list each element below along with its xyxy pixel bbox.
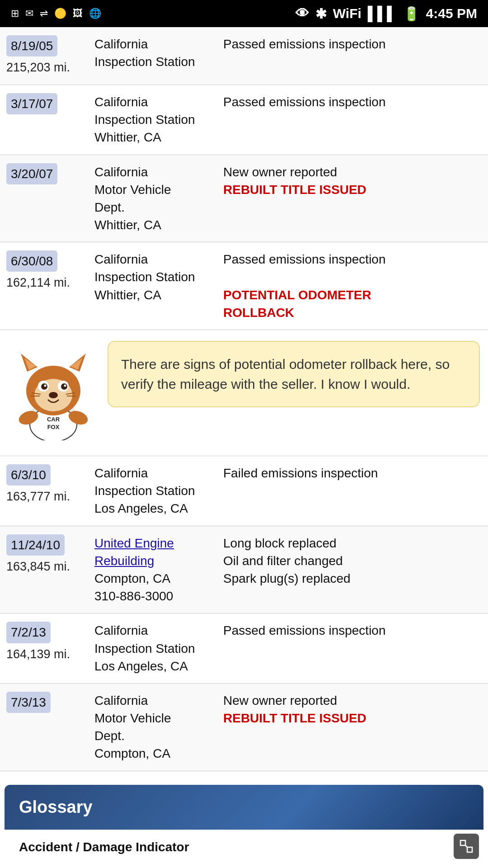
- record-source: CaliforniaMotor VehicleDept.Compton, CA: [88, 684, 217, 771]
- svg-point-15: [44, 385, 47, 387]
- record-date: 7/2/13 164,139 mi.: [0, 613, 88, 683]
- record-details: New owner reported REBUILT TITLE ISSUED: [217, 155, 488, 242]
- date-badge: 7/3/13: [6, 692, 51, 713]
- battery-icon: 🔋: [403, 6, 420, 22]
- status-bar: ⊞ ✉ ⇌ 🟡 🖼 🌐 👁 ✱ WiFi ▌▌▌ 🔋 4:45 PM: [0, 0, 488, 27]
- record-details: Passed emissions inspection: [217, 613, 488, 683]
- record-source: CaliforniaInspection StationLos Angeles,…: [88, 456, 217, 526]
- table-row: 3/20/07 CaliforniaMotor VehicleDept.Whit…: [0, 155, 488, 243]
- record-source: United EngineRebuilding Compton, CA310-8…: [88, 526, 217, 613]
- table-row: 3/17/07 CaliforniaInspection StationWhit…: [0, 85, 488, 155]
- record-mileage: 162,114 mi.: [6, 274, 82, 292]
- record-details: Passed emissions inspection: [217, 27, 488, 85]
- circle-icon: 🟡: [54, 8, 66, 19]
- record-source: CaliforniaInspection StationWhittier, CA: [88, 242, 217, 330]
- table-row: 7/3/13 CaliforniaMotor VehicleDept.Compt…: [0, 684, 488, 771]
- record-source: CaliforniaInspection Station: [88, 27, 217, 85]
- record-date: 8/19/05 215,203 mi.: [0, 27, 88, 85]
- svg-line-26: [465, 845, 467, 847]
- odometer-rollback-badge: POTENTIAL ODOMETERROLLBACK: [223, 288, 371, 320]
- carfox-svg: CAR FOX: [17, 345, 89, 440]
- date-badge: 11/24/10: [6, 534, 65, 556]
- rebuilt-title-badge-2: REBUILT TITLE ISSUED: [223, 711, 366, 725]
- record-details: Failed emissions inspection: [217, 456, 488, 526]
- record-detail-text: New owner reported: [223, 693, 337, 708]
- carfox-speech-bubble: There are signs of potential odometer ro…: [108, 341, 480, 407]
- date-badge: 8/19/05: [6, 35, 57, 57]
- date-badge: 3/17/07: [6, 93, 57, 114]
- carfox-section: CAR FOX: [0, 330, 488, 456]
- glossary-header: Glossary: [5, 785, 483, 830]
- date-badge: 6/30/08: [6, 250, 57, 272]
- svg-rect-24: [460, 840, 465, 845]
- mail-icon: ✉: [25, 8, 33, 19]
- globe-icon: 🌐: [89, 8, 101, 19]
- date-badge: 6/3/10: [6, 464, 51, 486]
- time-display: 4:45 PM: [426, 6, 477, 21]
- status-icons-left: ⊞ ✉ ⇌ 🟡 🖼 🌐: [11, 8, 101, 19]
- image-icon: 🖼: [73, 8, 83, 19]
- signal-bars-icon: ▌▌▌: [368, 6, 397, 21]
- table-row: 6/3/10 163,777 mi. CaliforniaInspection …: [0, 456, 488, 526]
- table-row: 8/19/05 215,203 mi. CaliforniaInspection…: [0, 27, 488, 85]
- record-detail-text: New owner reported: [223, 165, 337, 179]
- wifi-signal-icon: WiFi: [333, 6, 361, 21]
- record-date: 6/30/08 162,114 mi.: [0, 242, 88, 330]
- record-mileage: 215,203 mi.: [6, 59, 82, 76]
- svg-point-16: [64, 385, 66, 387]
- svg-text:FOX: FOX: [47, 424, 60, 430]
- svg-point-17: [49, 392, 58, 398]
- record-date: 3/17/07: [0, 85, 88, 155]
- main-content: 8/19/05 215,203 mi. CaliforniaInspection…: [0, 27, 488, 868]
- wifi-icon: ⇌: [40, 8, 48, 19]
- bluetooth-icon: ✱: [315, 6, 327, 22]
- status-icons-right: 👁 ✱ WiFi ▌▌▌ 🔋 4:45 PM: [296, 6, 477, 22]
- record-date: 6/3/10 163,777 mi.: [0, 456, 88, 526]
- svg-point-14: [61, 383, 67, 390]
- carfox-message: There are signs of potential odometer ro…: [121, 357, 450, 392]
- eye-icon: 👁: [296, 6, 309, 21]
- glossary-item: Accident / Damage Indicator: [5, 830, 483, 864]
- record-detail-text: Passed emissions inspection: [223, 252, 386, 266]
- record-mileage: 163,845 mi.: [6, 558, 82, 576]
- corner-expand-icon[interactable]: [454, 834, 479, 859]
- table-row: 6/30/08 162,114 mi. CaliforniaInspection…: [0, 242, 488, 330]
- record-mileage: 164,139 mi.: [6, 646, 82, 663]
- table-row: 7/2/13 164,139 mi. CaliforniaInspection …: [0, 613, 488, 684]
- carfox-mascot: CAR FOX: [8, 341, 99, 445]
- record-source: CaliforniaInspection StationWhittier, CA: [88, 85, 217, 155]
- record-details: Long block replacedOil and filter change…: [217, 526, 488, 613]
- date-badge: 3/20/07: [6, 163, 57, 184]
- svg-point-13: [41, 383, 47, 390]
- date-badge: 7/2/13: [6, 622, 51, 643]
- record-details: Passed emissions inspection POTENTIAL OD…: [217, 242, 488, 330]
- record-date: 11/24/10 163,845 mi.: [0, 526, 88, 613]
- united-engine-link[interactable]: United EngineRebuilding: [94, 536, 174, 568]
- svg-rect-25: [467, 847, 472, 852]
- record-mileage: 163,777 mi.: [6, 488, 82, 505]
- rebuilt-title-badge: REBUILT TITLE ISSUED: [223, 183, 366, 197]
- svg-text:CAR: CAR: [47, 416, 60, 423]
- record-details: Passed emissions inspection: [217, 85, 488, 155]
- table-row: 11/24/10 163,845 mi. United EngineRebuil…: [0, 526, 488, 614]
- record-details: New owner reported REBUILT TITLE ISSUED: [217, 684, 488, 771]
- record-date: 7/3/13: [0, 684, 88, 771]
- add-icon: ⊞: [11, 8, 19, 19]
- record-source: CaliforniaInspection StationLos Angeles,…: [88, 613, 217, 683]
- record-date: 3/20/07: [0, 155, 88, 242]
- record-source: CaliforniaMotor VehicleDept.Whittier, CA: [88, 155, 217, 242]
